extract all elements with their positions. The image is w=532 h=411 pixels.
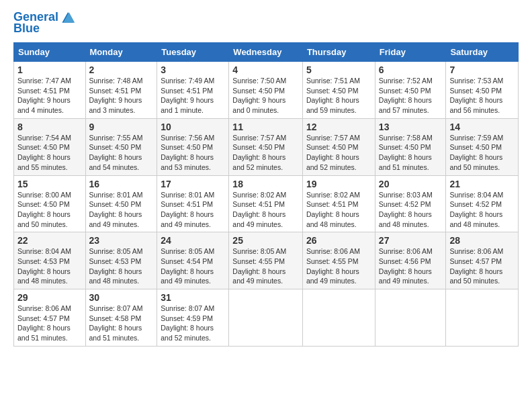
day-number: 30 — [89, 292, 154, 303]
calendar-cell: 9 Sunrise: 7:55 AMSunset: 4:50 PMDayligh… — [85, 118, 157, 175]
day-number: 11 — [232, 122, 299, 132]
day-info: Sunrise: 7:57 AMSunset: 4:50 PMDaylight:… — [232, 134, 286, 171]
calendar-cell: 25 Sunrise: 8:05 AMSunset: 4:55 PMDaylig… — [229, 232, 303, 289]
day-info: Sunrise: 8:07 AMSunset: 4:58 PMDaylight:… — [89, 304, 143, 342]
calendar-cell: 21 Sunrise: 8:04 AMSunset: 4:52 PMDaylig… — [446, 175, 519, 232]
weekday-tuesday: Tuesday — [157, 43, 229, 62]
day-number: 12 — [306, 122, 371, 132]
calendar-cell: 10 Sunrise: 7:56 AMSunset: 4:50 PMDaylig… — [157, 118, 229, 175]
day-info: Sunrise: 8:02 AMSunset: 4:51 PMDaylight:… — [232, 191, 286, 228]
day-number: 3 — [161, 64, 225, 75]
day-info: Sunrise: 7:54 AMSunset: 4:50 PMDaylight:… — [17, 134, 71, 171]
day-number: 21 — [449, 179, 515, 189]
day-info: Sunrise: 7:56 AMSunset: 4:50 PMDaylight:… — [161, 134, 214, 171]
calendar-cell: 29 Sunrise: 8:06 AMSunset: 4:57 PMDaylig… — [14, 289, 86, 347]
day-info: Sunrise: 7:47 AMSunset: 4:51 PMDaylight:… — [17, 77, 71, 114]
day-info: Sunrise: 7:57 AMSunset: 4:50 PMDaylight:… — [306, 134, 360, 171]
day-info: Sunrise: 7:48 AMSunset: 4:51 PMDaylight:… — [89, 77, 143, 114]
day-number: 2 — [89, 64, 154, 75]
day-number: 7 — [449, 64, 515, 75]
day-info: Sunrise: 8:03 AMSunset: 4:52 PMDaylight:… — [379, 191, 433, 228]
day-number: 22 — [17, 235, 82, 246]
day-number: 4 — [232, 64, 299, 75]
day-number: 14 — [449, 122, 515, 132]
day-number: 5 — [306, 64, 371, 75]
calendar-cell: 15 Sunrise: 8:00 AMSunset: 4:50 PMDaylig… — [14, 175, 86, 232]
calendar-cell — [375, 289, 446, 347]
day-number: 17 — [161, 179, 225, 189]
day-number: 25 — [232, 235, 299, 246]
calendar-cell: 3 Sunrise: 7:49 AMSunset: 4:51 PMDayligh… — [157, 62, 229, 119]
weekday-thursday: Thursday — [302, 43, 375, 62]
day-info: Sunrise: 8:00 AMSunset: 4:50 PMDaylight:… — [17, 191, 71, 228]
calendar-cell: 11 Sunrise: 7:57 AMSunset: 4:50 PMDaylig… — [229, 118, 303, 175]
calendar-cell: 18 Sunrise: 8:02 AMSunset: 4:51 PMDaylig… — [229, 175, 303, 232]
day-number: 13 — [379, 122, 443, 132]
day-info: Sunrise: 8:04 AMSunset: 4:52 PMDaylight:… — [449, 191, 503, 228]
day-info: Sunrise: 8:04 AMSunset: 4:53 PMDaylight:… — [17, 247, 71, 285]
day-number: 1 — [17, 64, 82, 75]
day-info: Sunrise: 8:06 AMSunset: 4:57 PMDaylight:… — [17, 304, 71, 342]
day-info: Sunrise: 7:53 AMSunset: 4:50 PMDaylight:… — [449, 77, 503, 114]
calendar-cell: 27 Sunrise: 8:06 AMSunset: 4:56 PMDaylig… — [375, 232, 446, 289]
day-info: Sunrise: 7:58 AMSunset: 4:50 PMDaylight:… — [379, 134, 433, 171]
day-number: 18 — [232, 179, 299, 189]
calendar-cell: 24 Sunrise: 8:05 AMSunset: 4:54 PMDaylig… — [157, 232, 229, 289]
week-row-1: 1 Sunrise: 7:47 AMSunset: 4:51 PMDayligh… — [14, 62, 519, 119]
weekday-friday: Friday — [375, 43, 446, 62]
day-number: 29 — [17, 292, 82, 303]
calendar-cell: 6 Sunrise: 7:52 AMSunset: 4:50 PMDayligh… — [375, 62, 446, 119]
week-row-5: 29 Sunrise: 8:06 AMSunset: 4:57 PMDaylig… — [14, 289, 519, 347]
day-number: 24 — [161, 235, 225, 246]
day-number: 10 — [161, 122, 225, 132]
day-number: 23 — [89, 235, 154, 246]
calendar-cell: 31 Sunrise: 8:07 AMSunset: 4:59 PMDaylig… — [157, 289, 229, 347]
week-row-4: 22 Sunrise: 8:04 AMSunset: 4:53 PMDaylig… — [14, 232, 519, 289]
calendar: SundayMondayTuesdayWednesdayThursdayFrid… — [13, 42, 519, 347]
day-number: 19 — [306, 179, 371, 189]
day-number: 8 — [17, 122, 82, 132]
day-info: Sunrise: 7:52 AMSunset: 4:50 PMDaylight:… — [379, 77, 433, 114]
weekday-header-row: SundayMondayTuesdayWednesdayThursdayFrid… — [14, 43, 519, 62]
calendar-cell: 22 Sunrise: 8:04 AMSunset: 4:53 PMDaylig… — [14, 232, 86, 289]
calendar-cell: 7 Sunrise: 7:53 AMSunset: 4:50 PMDayligh… — [446, 62, 519, 119]
week-row-3: 15 Sunrise: 8:00 AMSunset: 4:50 PMDaylig… — [14, 175, 519, 232]
day-info: Sunrise: 7:55 AMSunset: 4:50 PMDaylight:… — [89, 134, 143, 171]
weekday-monday: Monday — [85, 43, 157, 62]
day-info: Sunrise: 8:06 AMSunset: 4:55 PMDaylight:… — [306, 247, 360, 285]
calendar-cell: 28 Sunrise: 8:06 AMSunset: 4:57 PMDaylig… — [446, 232, 519, 289]
calendar-cell: 19 Sunrise: 8:02 AMSunset: 4:51 PMDaylig… — [302, 175, 375, 232]
calendar-cell: 23 Sunrise: 8:05 AMSunset: 4:53 PMDaylig… — [85, 232, 157, 289]
calendar-cell — [229, 289, 303, 347]
calendar-cell — [446, 289, 519, 347]
day-number: 16 — [89, 179, 154, 189]
calendar-cell: 1 Sunrise: 7:47 AMSunset: 4:51 PMDayligh… — [14, 62, 86, 119]
day-info: Sunrise: 7:51 AMSunset: 4:50 PMDaylight:… — [306, 77, 360, 114]
header: General Blue — [13, 11, 519, 36]
day-info: Sunrise: 8:01 AMSunset: 4:51 PMDaylight:… — [161, 191, 214, 228]
day-number: 31 — [161, 292, 225, 303]
day-number: 20 — [379, 179, 443, 189]
calendar-cell: 8 Sunrise: 7:54 AMSunset: 4:50 PMDayligh… — [14, 118, 86, 175]
day-info: Sunrise: 7:50 AMSunset: 4:50 PMDaylight:… — [232, 77, 286, 114]
calendar-cell: 2 Sunrise: 7:48 AMSunset: 4:51 PMDayligh… — [85, 62, 157, 119]
day-info: Sunrise: 8:02 AMSunset: 4:51 PMDaylight:… — [306, 191, 360, 228]
calendar-cell: 16 Sunrise: 8:01 AMSunset: 4:50 PMDaylig… — [85, 175, 157, 232]
day-number: 27 — [379, 235, 443, 246]
logo: General Blue — [13, 11, 76, 36]
logo-icon — [60, 11, 76, 24]
calendar-cell: 4 Sunrise: 7:50 AMSunset: 4:50 PMDayligh… — [229, 62, 303, 119]
day-info: Sunrise: 8:07 AMSunset: 4:59 PMDaylight:… — [161, 304, 214, 342]
calendar-cell: 20 Sunrise: 8:03 AMSunset: 4:52 PMDaylig… — [375, 175, 446, 232]
day-number: 6 — [379, 64, 443, 75]
day-info: Sunrise: 7:49 AMSunset: 4:51 PMDaylight:… — [161, 77, 214, 114]
day-info: Sunrise: 7:59 AMSunset: 4:50 PMDaylight:… — [449, 134, 503, 171]
day-number: 9 — [89, 122, 154, 132]
day-number: 28 — [449, 235, 515, 246]
day-number: 15 — [17, 179, 82, 189]
calendar-cell: 14 Sunrise: 7:59 AMSunset: 4:50 PMDaylig… — [446, 118, 519, 175]
weekday-sunday: Sunday — [14, 43, 86, 62]
day-number: 26 — [306, 235, 371, 246]
page: General Blue SundayMondayTuesdayWednesda… — [0, 0, 532, 357]
calendar-cell — [302, 289, 375, 347]
